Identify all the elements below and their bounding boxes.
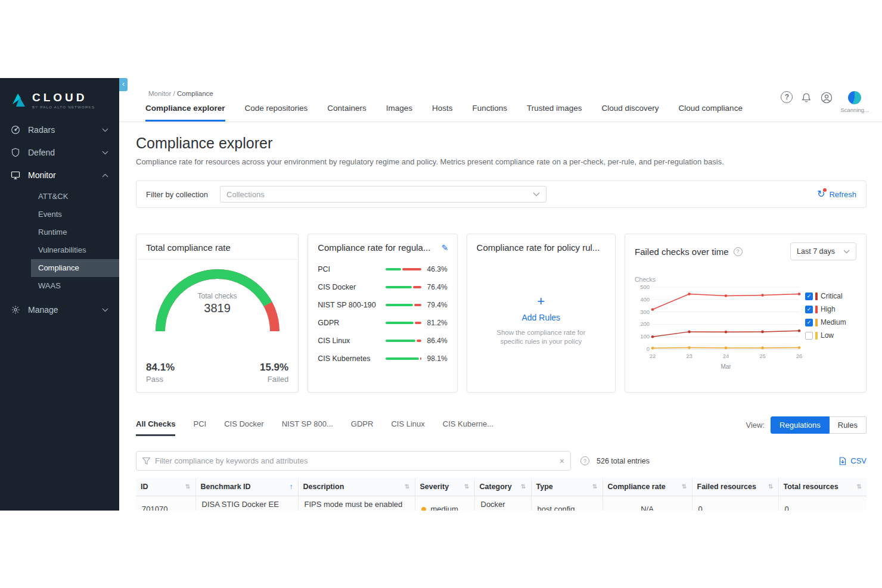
refresh-icon: ↻ [817,189,825,199]
regulation-row[interactable]: GDPR81.2% [318,314,447,332]
notifications-bell-icon[interactable] [800,91,813,104]
legend-item-medium[interactable]: ✓Medium [805,318,862,326]
svg-text:26: 26 [796,353,803,359]
table-cell: DISA STIG Docker EE 1.0... [195,496,298,511]
legend-item-high[interactable]: ✓High [805,305,862,313]
column-header-id[interactable]: ID⇅ [136,478,195,496]
regulation-bar-fail [413,286,421,288]
sidebar-item-att-ck[interactable]: ATT&CK [31,188,119,206]
chevron-down-icon [102,308,108,312]
sidebar-item-vulnerabilities[interactable]: Vulnerabilities [31,241,119,259]
header-tabs: Compliance explorerCode repositoriesCont… [145,104,762,122]
checks-tabs-row: All ChecksPCICIS DockerNIST SP 800...GDP… [136,416,867,436]
regulation-name: NIST SP 800-190 [318,301,385,309]
regulation-row[interactable]: NIST SP 800-19079.4% [318,296,447,314]
sort-icon[interactable]: ⇅ [464,483,469,490]
sort-icon[interactable]: ⇅ [592,483,597,490]
policy-rules-title: Compliance rate for policy rul... [477,242,600,253]
sort-icon[interactable]: ⇅ [185,483,190,490]
view-button-rules[interactable]: Rules [830,416,867,434]
clear-filter-icon[interactable]: × [560,456,564,466]
breadcrumb-parent[interactable]: Monitor [148,90,171,97]
column-header-benchmark-id[interactable]: Benchmark ID↑ [195,478,298,496]
table-cell: 0 [692,496,778,511]
svg-text:500: 500 [640,284,650,290]
sidebar-item-waas[interactable]: WAAS [31,277,119,295]
sidebar-item-radars[interactable]: Radars [0,119,119,141]
tab-compliance-explorer[interactable]: Compliance explorer [145,104,225,122]
compliance-table: ID⇅Benchmark ID↑Description⇅Severity⇅Cat… [136,478,867,511]
column-header-severity[interactable]: Severity⇅ [415,478,474,496]
checks-tab-cis-kuberne[interactable]: CIS Kuberne... [443,419,493,436]
help-icon[interactable]: ? [734,247,743,256]
regulation-bar [386,268,421,270]
sidebar-item-runtime[interactable]: Runtime [31,223,119,241]
column-header-total-resources[interactable]: Total resources⇅ [778,478,867,496]
help-icon[interactable]: ? [781,91,793,103]
checks-tab-all-checks[interactable]: All Checks [136,419,175,436]
legend-item-critical[interactable]: ✓Critical [805,292,862,300]
regulation-value: 86.4% [421,337,448,345]
sidebar-item-monitor[interactable]: Monitor [0,164,119,186]
column-header-type[interactable]: Type⇅ [531,478,603,496]
filter-by-collection-label: Filter by collection [146,190,208,199]
scanning-status-icon[interactable] [848,91,861,104]
sort-icon[interactable]: ⇅ [521,483,526,490]
refresh-button[interactable]: ↻ Refresh [817,189,856,199]
compliance-filter-input[interactable] [155,456,560,465]
tab-functions[interactable]: Functions [472,104,507,122]
checks-tab-gdpr[interactable]: GDPR [351,419,374,436]
sort-icon[interactable]: ⇅ [682,483,687,490]
regulation-row[interactable]: CIS Docker76.4% [318,278,447,296]
compliance-filter-box[interactable]: × [136,451,571,471]
help-icon[interactable]: ? [580,456,589,465]
legend-checkbox[interactable]: ✓ [805,306,813,313]
tab-trusted-images[interactable]: Trusted images [527,104,582,122]
tab-code-repositories[interactable]: Code repositories [245,104,308,122]
tab-cloud-compliance[interactable]: Cloud compliance [679,104,743,122]
sort-icon[interactable]: ⇅ [405,483,409,490]
edit-pencil-icon[interactable]: ✎ [442,243,449,253]
checks-tab-cis-linux[interactable]: CIS Linux [391,419,424,436]
csv-download-icon [838,457,847,465]
legend-checkbox[interactable]: ✓ [805,293,813,300]
column-header-category[interactable]: Category⇅ [474,478,531,496]
sidebar-item-compliance[interactable]: Compliance [31,259,119,277]
sidebar-collapse-button[interactable]: ‹ [119,78,128,91]
legend-checkbox[interactable]: ✓ [805,319,813,326]
table-row[interactable]: 701070DISA STIG Docker EE 1.0...FIPS mod… [136,496,867,511]
regulation-row[interactable]: CIS Kubernetes98.1% [318,350,447,368]
legend-item-low[interactable]: Low [805,331,862,340]
collections-select[interactable]: Collections [220,186,546,203]
regulation-bar-pass [386,357,420,360]
total-checks-label: Total checks [136,292,298,300]
tab-hosts[interactable]: Hosts [432,104,453,122]
regulation-row[interactable]: PCI46.3% [318,260,447,278]
checks-tab-pci[interactable]: PCI [193,419,206,436]
checks-tab-cis-docker[interactable]: CIS Docker [224,419,263,436]
time-range-select[interactable]: Last 7 days [790,242,856,260]
sort-asc-icon[interactable]: ↑ [290,483,293,491]
sort-icon[interactable]: ⇅ [768,483,773,490]
column-header-compliance-rate[interactable]: Compliance rate⇅ [603,478,692,496]
view-button-regulations[interactable]: Regulations [771,416,830,434]
checks-tab-nist-sp-800[interactable]: NIST SP 800... [282,419,333,436]
legend-checkbox[interactable] [805,332,813,340]
tab-images[interactable]: Images [386,104,412,122]
tab-containers[interactable]: Containers [327,104,366,122]
column-header-description[interactable]: Description⇅ [298,478,415,496]
user-profile-icon[interactable] [820,91,833,104]
sort-icon[interactable]: ⇅ [857,483,862,490]
column-header-failed-resources[interactable]: Failed resources⇅ [692,478,778,496]
sidebar-item-events[interactable]: Events [31,206,119,223]
sidebar-nav: RadarsDefendMonitorATT&CKEventsRuntimeVu… [0,119,119,321]
tab-cloud-discovery[interactable]: Cloud discovery [602,104,659,122]
regulation-row[interactable]: CIS Linux86.4% [318,332,447,350]
compliance-gauge: Total checks 3819 [136,265,298,336]
total-compliance-card: Total compliance rate Total checks 3819 [136,234,299,393]
sidebar-item-defend[interactable]: Defend [0,141,119,164]
svg-text:22: 22 [650,353,656,359]
add-rules-button[interactable]: Add Rules [521,313,560,322]
sidebar-item-manage[interactable]: Manage [0,298,119,321]
csv-export-button[interactable]: CSV [838,456,867,465]
